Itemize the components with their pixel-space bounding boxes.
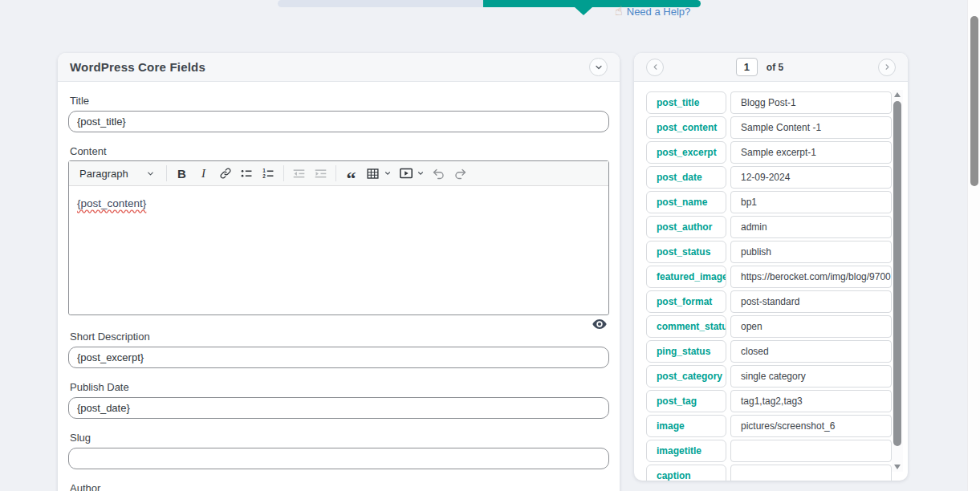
scroll-up-arrow-icon[interactable] [894,92,901,97]
scroll-down-arrow-icon[interactable] [894,465,901,469]
page-scrollbar[interactable] [967,0,980,491]
list-scrollbar-thumb[interactable] [893,101,901,446]
chevron-right-icon [883,63,892,71]
field-chip[interactable]: ping_status [646,340,726,363]
field-chip[interactable]: image [646,415,726,437]
field-value: Sample excerpt-1 [730,141,892,164]
eye-icon [592,319,607,330]
table-options-chevron[interactable] [384,164,395,183]
field-mapping-list: post_titleBlogg Post-1 post_contentSampl… [634,82,908,481]
link-icon [219,167,232,180]
field-chip[interactable]: imagetitle [646,440,726,462]
hand-icon: ☝ [615,5,623,18]
numbered-list-button[interactable]: 12 [258,164,279,183]
mapping-row: post_date12-09-2024 [646,166,908,189]
title-field-label: Title [70,95,608,107]
link-button[interactable] [214,164,236,183]
wordpress-core-fields-panel: WordPress Core Fields Title Content Para… [58,53,620,491]
toolbar-separator [166,165,167,181]
toolbar-separator [335,165,336,181]
next-page-button[interactable] [878,59,896,76]
undo-button[interactable] [428,164,449,183]
chevron-down-icon [384,169,392,177]
content-editor-textarea[interactable]: {post_content} [69,186,608,314]
field-chip[interactable]: post_author [646,216,726,238]
list-scrollbar[interactable] [892,90,903,472]
field-value [730,440,892,462]
slug-input[interactable] [68,448,609,469]
field-chip[interactable]: post_status [646,241,726,263]
paragraph-dropdown[interactable]: Paragraph [72,161,162,185]
mapping-row: post_tagtag1,tag2,tag3 [646,390,908,412]
field-value: open [730,315,892,338]
table-icon [366,167,380,181]
field-chip[interactable]: featured_image [646,266,726,288]
outdent-button[interactable] [288,164,310,183]
preview-pagination-header: of 5 [634,53,908,82]
content-editor: Paragraph B I 12 [68,160,609,315]
field-chip[interactable]: post_excerpt [646,141,726,164]
indent-button[interactable] [310,164,331,183]
publish-date-input[interactable] [68,397,609,419]
bold-button[interactable]: B [171,164,193,183]
field-value: bp1 [730,191,892,213]
page-number-input[interactable] [736,58,758,76]
slug-label: Slug [70,432,608,444]
field-value [730,465,892,481]
undo-icon [432,167,445,181]
mapping-row: ping_statusclosed [646,340,908,363]
field-value: https://berocket.com/img/blog/97001e [730,266,892,288]
need-help-link[interactable]: ☝ Need a Help? [615,5,690,18]
embed-options-chevron[interactable] [417,164,428,183]
field-chip[interactable]: post_content [646,116,726,139]
collapse-panel-button[interactable] [589,58,608,76]
field-value: single category [730,365,892,388]
bulleted-list-button[interactable] [236,164,258,183]
title-input[interactable] [68,111,609,132]
field-chip[interactable]: post_title [646,91,726,114]
toolbar-separator [283,165,284,181]
italic-button[interactable]: I [193,164,214,183]
field-value: publish [730,241,892,263]
blockquote-button[interactable]: “ [340,164,362,183]
field-chip[interactable]: caption [646,465,726,481]
previous-page-button[interactable] [646,59,664,76]
field-value: pictures/screenshot_6 [730,415,892,437]
field-chip[interactable]: post_category [646,365,726,388]
redo-button[interactable] [449,164,471,183]
embed-media-button[interactable] [395,164,417,183]
mapping-row: post_namebp1 [646,191,908,213]
svg-text:1: 1 [262,168,266,173]
mapping-row: featured_imagehttps://berocket.com/img/b… [646,266,908,288]
field-value: closed [730,340,892,363]
field-value: admin [730,216,892,238]
mapping-row: imagepictures/screenshot_6 [646,415,908,437]
content-field-label: Content [70,145,608,157]
field-chip[interactable]: post_format [646,290,726,313]
field-chip[interactable]: post_tag [646,390,726,412]
mapping-row: post_formatpost-standard [646,290,908,313]
field-chip[interactable]: post_name [646,191,726,213]
redo-icon [453,167,467,181]
chevron-left-icon [651,63,660,71]
chevron-down-icon [146,169,155,178]
publish-date-label: Publish Date [70,381,608,393]
field-value: post-standard [730,290,892,313]
video-embed-icon [399,166,413,181]
page-scrollbar-thumb[interactable] [970,16,978,186]
field-chip[interactable]: post_date [646,166,726,189]
mapping-row: post_statuspublish [646,241,908,263]
field-value: Blogg Post-1 [730,91,892,114]
preview-eye-button[interactable] [592,318,607,331]
page-count-label: of 5 [767,62,783,73]
chevron-down-icon [417,169,425,177]
table-button[interactable] [362,164,384,183]
chevron-down-icon [594,63,604,72]
panel-header: WordPress Core Fields [58,53,620,82]
mapping-row: post_titleBlogg Post-1 [646,91,908,114]
field-chip[interactable]: comment_status [646,315,726,338]
progress-bar-remaining [278,0,483,7]
short-description-input[interactable] [68,347,609,368]
indent-icon [314,167,327,181]
mapping-row: caption [646,465,908,481]
